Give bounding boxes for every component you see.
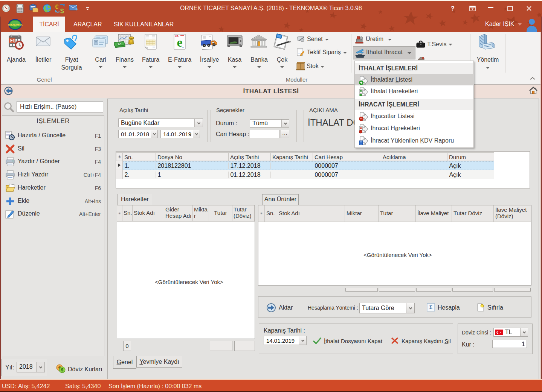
- svg-text:TEKNOMAX: TEKNOMAX: [8, 23, 23, 26]
- svg-text:Σ: Σ: [429, 304, 432, 310]
- svg-text:e: e: [177, 35, 182, 49]
- svg-text:$: $: [61, 368, 63, 372]
